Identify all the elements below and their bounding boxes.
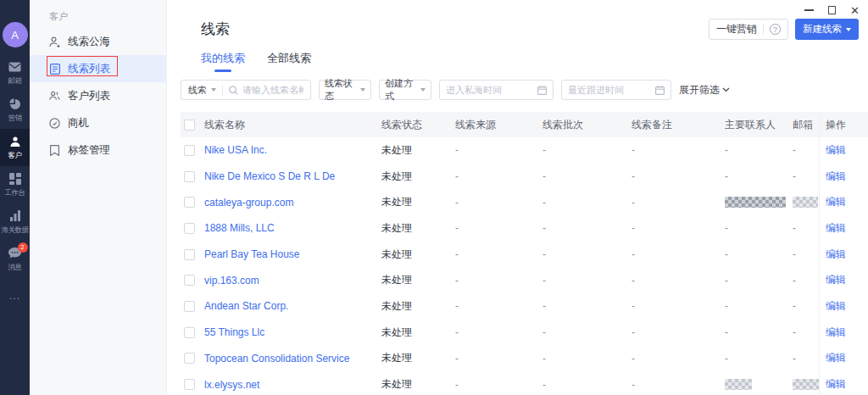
customer-list-icon bbox=[49, 91, 60, 102]
row-checkbox[interactable] bbox=[184, 249, 195, 260]
edit-link[interactable]: 编辑 bbox=[826, 325, 846, 340]
column-header: 线索名称 bbox=[204, 118, 381, 132]
checkbox-cell bbox=[181, 223, 204, 234]
row-checkbox[interactable] bbox=[184, 327, 195, 338]
opportunity-icon bbox=[49, 118, 60, 129]
row-checkbox[interactable] bbox=[184, 197, 195, 208]
lead-name-link[interactable]: Nike De Mexico S De R L De bbox=[204, 170, 335, 182]
column-header: 邮箱 bbox=[793, 118, 819, 132]
lead-name-link[interactable]: 1888 Mills, LLC bbox=[204, 222, 275, 234]
lead-name-link[interactable]: Topocean Consolidation Service bbox=[204, 353, 349, 364]
table-row: 55 Things Llc未处理-----编辑 bbox=[181, 320, 868, 346]
edit-link[interactable]: 编辑 bbox=[826, 273, 846, 287]
expand-filters-toggle[interactable]: 展开筛选 bbox=[679, 83, 730, 97]
minimize-icon[interactable] bbox=[804, 5, 814, 15]
submenu-item-lead-list[interactable]: 线索列表 bbox=[30, 55, 166, 82]
rail-item-customs-data[interactable]: 海关数据 bbox=[0, 203, 30, 241]
row-checkbox[interactable] bbox=[184, 145, 195, 156]
submenu-item-label: 线索列表 bbox=[68, 62, 110, 76]
edit-link[interactable]: 编辑 bbox=[826, 143, 846, 158]
row-checkbox[interactable] bbox=[184, 223, 195, 234]
lead-batch: - bbox=[542, 170, 632, 182]
leads-table: 线索名称 线索状态 线索来源 线索批次 线索备注 主要联系人 邮箱 操作 Nik… bbox=[181, 112, 868, 395]
lead-source: - bbox=[455, 300, 542, 312]
last-follow-up-time-filter[interactable] bbox=[561, 80, 671, 100]
edit-link[interactable]: 编辑 bbox=[826, 351, 846, 365]
lead-status-filter[interactable]: 线索状态 bbox=[319, 80, 371, 100]
maximize-icon[interactable] bbox=[828, 6, 837, 14]
submenu-item-opportunity[interactable]: 商机 bbox=[30, 109, 166, 136]
lead-note: - bbox=[632, 197, 635, 209]
edit-link[interactable]: 编辑 bbox=[826, 299, 846, 314]
row-checkbox[interactable] bbox=[184, 379, 195, 390]
lead-batch: - bbox=[542, 326, 632, 338]
more-menu-button[interactable]: ... bbox=[9, 290, 20, 302]
row-checkbox[interactable] bbox=[184, 301, 195, 312]
last-follow-up-time-input[interactable] bbox=[568, 85, 655, 95]
lead-name-link[interactable]: lx.elysys.net bbox=[204, 379, 259, 391]
row-checkbox[interactable] bbox=[184, 171, 195, 182]
submenu-item-tag-management[interactable]: 标签管理 bbox=[30, 136, 166, 164]
enter-private-sea-time-filter[interactable] bbox=[439, 80, 554, 100]
lead-note: - bbox=[632, 144, 635, 156]
lead-batch: - bbox=[542, 326, 546, 338]
rail-item-marketing[interactable]: 营销 bbox=[0, 92, 30, 129]
calendar-icon bbox=[537, 86, 547, 95]
new-lead-label: 新建线索 bbox=[803, 23, 842, 36]
chat-icon: 2 bbox=[8, 247, 22, 260]
lead-name-link[interactable]: Pearl Bay Tea House bbox=[204, 248, 300, 260]
lead-source: - bbox=[455, 353, 542, 364]
edit-link[interactable]: 编辑 bbox=[826, 221, 846, 236]
lead-batch: - bbox=[542, 379, 632, 391]
tab-all-leads[interactable]: 全部线索 bbox=[267, 51, 311, 72]
lead-contact: - bbox=[725, 222, 728, 234]
lead-name-link[interactable]: vip.163.com bbox=[204, 275, 259, 287]
rail-item-customer[interactable]: 客户 bbox=[0, 129, 30, 166]
row-checkbox[interactable] bbox=[184, 353, 195, 364]
lead-note: - bbox=[632, 248, 725, 260]
expand-filters-label: 展开筛选 bbox=[679, 83, 720, 97]
lead-name-link[interactable]: cataleya-group.com bbox=[204, 197, 293, 209]
rail-item-mail[interactable]: 邮箱 bbox=[0, 54, 30, 92]
rail-item-messages[interactable]: 2 消息 bbox=[0, 241, 30, 278]
lead-note: - bbox=[632, 197, 725, 209]
lead-contact: - bbox=[725, 326, 728, 338]
lead-contact: - bbox=[725, 144, 728, 156]
enter-private-sea-time-input[interactable] bbox=[446, 85, 537, 95]
tab-my-leads[interactable]: 我的线索 bbox=[201, 51, 245, 72]
select-all-checkbox[interactable] bbox=[184, 120, 195, 131]
new-lead-button[interactable]: 新建线索 bbox=[795, 19, 859, 40]
row-checkbox[interactable] bbox=[184, 275, 195, 286]
lead-name-search-input[interactable] bbox=[242, 85, 303, 95]
lead-name-cell: Andean Star Corp. bbox=[204, 300, 381, 312]
submenu-item-lead-pool[interactable]: 线索公海 bbox=[30, 28, 166, 55]
bar-chart-icon bbox=[8, 209, 22, 223]
create-method-filter[interactable]: 创建方式 bbox=[379, 80, 431, 100]
rail-item-workbench[interactable]: 工作台 bbox=[0, 166, 30, 203]
lead-source: - bbox=[455, 379, 542, 391]
mail-icon bbox=[8, 60, 22, 74]
lead-name-link[interactable]: 55 Things Llc bbox=[204, 326, 264, 338]
help-icon[interactable]: ? bbox=[770, 24, 781, 35]
lead-batch: - bbox=[542, 300, 632, 312]
submenu-item-customer-list[interactable]: 客户列表 bbox=[30, 82, 166, 109]
one-click-marketing-button[interactable]: 一键营销 ? bbox=[709, 19, 788, 40]
lead-name-link[interactable]: Andean Star Corp. bbox=[204, 300, 288, 312]
caret-down-icon bbox=[420, 88, 426, 92]
lead-batch: - bbox=[542, 353, 546, 364]
lead-email: - bbox=[793, 248, 796, 260]
edit-link[interactable]: 编辑 bbox=[826, 248, 846, 262]
lead-batch: - bbox=[542, 222, 632, 234]
action-cell: 编辑 bbox=[819, 371, 868, 395]
avatar[interactable]: A bbox=[3, 22, 28, 47]
lead-name-link[interactable]: Nike USA Inc. bbox=[204, 144, 267, 156]
message-badge: 2 bbox=[18, 242, 28, 253]
lead-email: - bbox=[793, 144, 819, 156]
lead-source: - bbox=[455, 300, 459, 312]
edit-link[interactable]: 编辑 bbox=[826, 170, 846, 184]
search-field-selector[interactable]: 线索 bbox=[188, 84, 216, 97]
edit-link[interactable]: 编辑 bbox=[826, 377, 846, 392]
edit-link[interactable]: 编辑 bbox=[826, 195, 846, 209]
close-icon[interactable]: ✕ bbox=[850, 4, 860, 17]
lead-contact: - bbox=[725, 353, 793, 364]
